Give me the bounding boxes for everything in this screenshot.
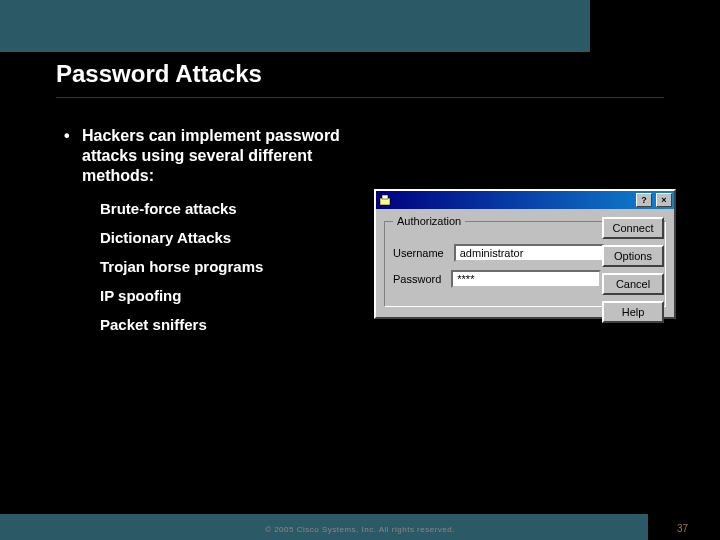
options-button[interactable]: Options — [602, 245, 664, 267]
copyright-text: © 2005 Cisco Systems, Inc. All rights re… — [0, 525, 720, 534]
bullet-dot: • — [64, 126, 74, 186]
content-area: • Hackers can implement password attacks… — [64, 126, 354, 345]
app-icon — [378, 193, 392, 207]
auth-dialog: ? × Authorization Username Password Conn… — [374, 189, 676, 319]
username-label: Username — [393, 247, 444, 259]
list-item: Packet sniffers — [100, 316, 354, 333]
list-item: Trojan horse programs — [100, 258, 354, 275]
button-column: Connect Options Cancel Help — [602, 217, 664, 323]
slide-title: Password Attacks — [56, 60, 262, 88]
bullet-text: Hackers can implement password attacks u… — [82, 126, 354, 186]
svg-rect-1 — [382, 195, 388, 199]
list-item: Dictionary Attacks — [100, 229, 354, 246]
close-titlebar-button[interactable]: × — [656, 193, 672, 207]
cancel-button[interactable]: Cancel — [602, 273, 664, 295]
password-label: Password — [393, 273, 441, 285]
password-input[interactable] — [451, 270, 601, 288]
group-label: Authorization — [393, 215, 465, 227]
page-number: 37 — [677, 523, 688, 534]
list-item: IP spoofing — [100, 287, 354, 304]
username-row: Username — [393, 244, 589, 262]
connect-button[interactable]: Connect — [602, 217, 664, 239]
dialog-body: Authorization Username Password Connect … — [376, 209, 674, 317]
titlebar: ? × — [376, 191, 674, 209]
title-underline — [56, 97, 664, 98]
header-decor-tri — [542, 0, 590, 52]
username-input[interactable] — [454, 244, 604, 262]
header-decor — [590, 0, 720, 52]
help-button[interactable]: Help — [602, 301, 664, 323]
help-titlebar-button[interactable]: ? — [636, 193, 652, 207]
main-bullet: • Hackers can implement password attacks… — [64, 126, 354, 186]
password-row: Password — [393, 270, 589, 288]
list-item: Brute-force attacks — [100, 200, 354, 217]
